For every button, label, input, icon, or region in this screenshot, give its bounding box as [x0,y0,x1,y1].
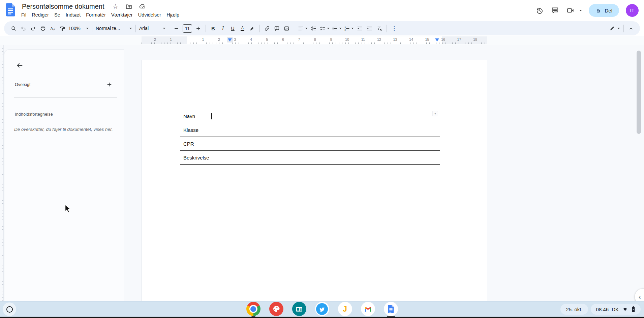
cloud-status-icon[interactable] [139,3,146,10]
insert-image-button[interactable] [282,23,292,33]
right-indent-marker[interactable] [435,38,439,41]
cell-dropdown-button[interactable]: ▾ [432,111,438,116]
bold-button[interactable]: B [208,23,218,33]
table-value-cell[interactable]: ▾ [209,109,440,123]
menu-formatr[interactable]: Formatér [83,11,109,19]
table-value-cell[interactable] [209,123,440,137]
redo-icon[interactable] [28,23,38,33]
table-value-cell[interactable] [209,137,440,151]
add-summary-button[interactable] [104,79,114,89]
vertical-scrollbar-thumb[interactable] [637,51,641,134]
title-and-menus: Personfølsomme dokument ☆ FilRed [21,2,182,21]
header-right: Del IT [535,0,639,21]
underline-button[interactable]: U [228,23,238,33]
decrease-font-size-button[interactable] [172,23,181,33]
font-size-input[interactable]: 11 [183,24,192,33]
more-toolbar-options-button[interactable]: ⋮ [389,23,399,33]
table-label-text: Klasse [183,127,198,133]
comments-icon[interactable] [551,6,559,15]
ruler-number: 1 [202,38,204,41]
paint-format-icon[interactable] [58,23,67,33]
table-label-cell[interactable]: Beskrivelse [180,151,209,165]
font-select[interactable]: Arial [138,23,166,33]
highlight-color-button[interactable] [247,23,257,33]
undo-icon[interactable] [19,23,28,33]
print-icon[interactable] [38,23,48,33]
menu-udvidelser[interactable]: Udvidelser [135,11,164,19]
status-area: 25. okt. 08.46 DK [560,304,641,315]
close-outline-button[interactable] [14,60,25,71]
shelf: J 25. okt. 08.46 DK [0,301,644,317]
zoom-select[interactable]: 100% [67,23,90,33]
ruler-number: 4 [250,38,252,41]
menu-vrktjer[interactable]: Værktøjer [109,11,135,19]
editing-mode-select[interactable] [608,23,621,33]
line-spacing-button[interactable] [309,23,318,33]
launcher-button[interactable] [3,302,16,316]
clear-formatting-button[interactable] [374,23,384,33]
vertical-ruler [0,45,4,301]
camera-dropdown-caret[interactable] [579,10,582,11]
shelf-app-jamboard-icon[interactable]: J [338,302,352,316]
shelf-app-chrome-icon[interactable] [246,302,260,316]
show-side-panel-button[interactable]: ‹ [635,289,644,301]
menu-indst[interactable]: Indsæt [63,11,83,19]
date-pill[interactable]: 25. okt. [560,304,588,315]
ruler-number: 14 [409,38,413,41]
system-tray-pill[interactable]: 08.46 DK [591,304,641,315]
share-button[interactable]: Del [589,4,619,17]
table-label-cell[interactable]: CPR [180,137,209,151]
shelf-app-kiosk-icon[interactable] [292,302,306,316]
app-header: Personfølsomme dokument ☆ FilRed [0,0,644,21]
svg-text:A: A [241,26,244,30]
move-folder-icon[interactable] [125,3,133,10]
menu-bar: FilRedigerSeIndsætFormatérVærktøjerUdvid… [19,11,182,19]
hide-menus-button[interactable] [626,23,636,33]
avatar[interactable]: IT [626,4,639,17]
increase-indent-button[interactable] [365,23,374,33]
star-icon[interactable]: ☆ [112,3,119,10]
ruler-margin-number: 2 [154,38,156,41]
menu-rediger[interactable]: Rediger [29,11,52,19]
svg-text:A: A [51,26,53,30]
time-label: 08.46 [596,307,609,312]
align-select[interactable] [297,23,309,33]
ruler-number: 16 [441,38,445,41]
ruler-number: 8 [314,38,316,41]
docs-logo-icon[interactable] [5,3,16,17]
shelf-app-gmail-icon[interactable] [361,302,375,316]
checklist-select[interactable] [318,23,331,33]
text-color-button[interactable]: A [238,23,247,33]
version-history-icon[interactable] [535,6,544,15]
menu-se[interactable]: Se [52,11,63,19]
styles-select[interactable]: Normal te... [95,23,133,33]
table-label-cell[interactable]: Navn [180,109,209,123]
table-label-text: Beskrivelse [183,155,209,161]
document-title[interactable]: Personfølsomme dokument [21,3,106,10]
shelf-app-docs-icon[interactable] [384,302,398,316]
increase-font-size-button[interactable] [193,23,203,33]
decrease-indent-button[interactable] [355,23,365,33]
menu-hjlp[interactable]: Hjælp [164,11,182,19]
video-camera-icon[interactable] [566,6,575,15]
spellcheck-icon[interactable]: A [48,23,58,33]
bulleted-list-select[interactable] [331,23,343,33]
shelf-app-bird-icon[interactable] [315,302,329,316]
table-label-text: CPR [183,141,194,147]
numbered-list-select[interactable]: 12 [343,23,355,33]
document-page[interactable]: Navn▾KlasseCPRBeskrivelse [142,60,487,301]
toolbar-divider [206,25,206,32]
shelf-app-canvas-icon[interactable] [269,302,283,316]
table-value-cell[interactable] [209,151,440,165]
join-call-control[interactable] [566,6,582,15]
toolbar-divider [623,25,624,32]
italic-button[interactable]: I [218,23,228,33]
table-label-cell[interactable]: Klasse [180,123,209,137]
left-indent-marker[interactable] [228,38,232,41]
insert-link-button[interactable] [262,23,272,33]
search-icon[interactable] [9,23,19,33]
menu-fil[interactable]: Fil [19,11,29,19]
add-comment-button[interactable] [272,23,282,33]
toolbar: A100%Normal te...Arial11BIUA12⋮ [4,21,640,35]
document-canvas: Oversigt Indholdsfortegnelse De overskri… [0,45,644,301]
